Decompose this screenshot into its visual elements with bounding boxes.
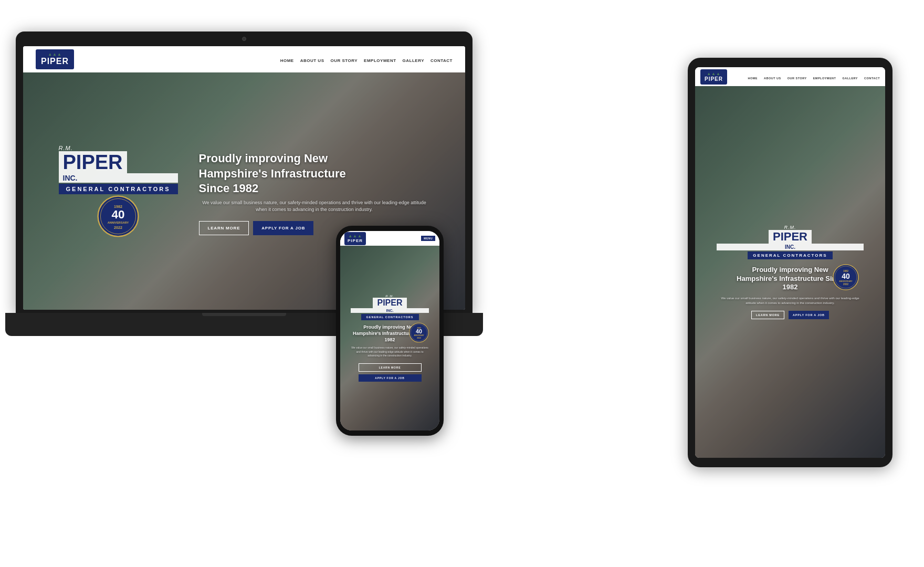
tablet-badge-svg: 1982 40 ANNIVERSARY 2022	[833, 264, 859, 290]
phone-website: ▲▲▲ PIPER MENU 198	[340, 231, 439, 430]
tab-nav-home[interactable]: HOME	[748, 72, 758, 81]
tablet-outer: ▲▲▲ PIPER HOME ABOUT US OUR STORY EMPLOY…	[688, 58, 892, 467]
phone-piper-name: PIPER	[373, 298, 406, 308]
center-logo: R.M. PIPER INC. GENERAL CONTRACTORS	[59, 145, 178, 195]
nav-item-gallery[interactable]: GALLERY	[403, 55, 424, 64]
svg-text:40: 40	[112, 208, 125, 221]
tablet-nav: ▲▲▲ PIPER HOME ABOUT US OUR STORY EMPLOY…	[695, 67, 885, 86]
logo-mountain: ▲▲▲	[41, 52, 69, 57]
nav-item-home[interactable]: HOME	[280, 55, 294, 64]
tablet-hero: 1982 40 ANNIVERSARY 2022 R.M. PIPER INC.	[695, 86, 885, 458]
tab-nav-gallery[interactable]: GALLERY	[842, 72, 858, 81]
laptop-nav: ▲▲▲ PIPER HOME ABOUT US OUR STORY EMPLOY…	[23, 46, 465, 72]
phone-apply-job[interactable]: APPLY FOR A JOB	[359, 374, 422, 382]
svg-text:ANNIVERSARY: ANNIVERSARY	[839, 280, 853, 282]
nav-item-story[interactable]: OUR STORY	[330, 55, 358, 64]
phone-logo-text: PIPER	[348, 238, 363, 243]
tablet-apply-job[interactable]: APPLY FOR A JOB	[789, 311, 829, 319]
phone-outer: ▲▲▲ PIPER MENU 198	[336, 226, 444, 436]
hero-subtext: We value our small business nature, our …	[199, 200, 430, 214]
tablet-rm: R.M.	[717, 225, 864, 230]
phone-inc: INC.	[351, 308, 429, 313]
svg-text:2022: 2022	[843, 283, 849, 286]
tablet-logo-box: ▲▲▲ PIPER	[700, 69, 727, 85]
phone-device: ▲▲▲ PIPER MENU 198	[336, 226, 444, 436]
hero-headline: Proudly improving New Hampshire's Infras…	[199, 151, 377, 196]
phone-subtext: We value our small business nature, our …	[351, 346, 429, 358]
tablet-badge: 1982 40 ANNIVERSARY 2022	[833, 264, 859, 290]
tablet-hero-buttons: LEARN MORE APPLY FOR A JOB	[717, 311, 864, 319]
tab-nav-story[interactable]: OUR STORY	[788, 72, 807, 81]
tab-nav-employment[interactable]: EMPLOYMENT	[813, 72, 836, 81]
svg-text:2022: 2022	[417, 337, 421, 339]
phone-learn-more[interactable]: LEARN MORE	[359, 363, 422, 372]
phone-hero-buttons: LEARN MORE APPLY FOR A JOB	[351, 363, 429, 382]
tablet-center-logo: R.M. PIPER INC. GENERAL CONTRACTORS	[717, 225, 864, 259]
tablet-logo-text: PIPER	[705, 76, 723, 82]
phone-logo-mountain: ▲▲▲	[348, 234, 363, 238]
laptop-logo-box: ▲▲▲ PIPER	[36, 49, 74, 69]
phone-badge: 1982 40 ANNIVERSARY 2022	[409, 323, 429, 343]
laptop-hero-content: R.M. PIPER INC. GENERAL CONTRACTORS	[48, 145, 440, 237]
tablet-inc: INC.	[717, 244, 864, 250]
tablet-subtext: We value our small business nature, our …	[717, 296, 864, 306]
phone-gen: GENERAL CONTRACTORS	[361, 314, 419, 320]
tab-nav-about[interactable]: ABOUT US	[764, 72, 781, 81]
piper-name: PIPER	[59, 151, 127, 173]
nav-item-contact[interactable]: CONTACT	[430, 55, 453, 64]
phone-menu-button[interactable]: MENU	[421, 236, 435, 241]
tablet-website: ▲▲▲ PIPER HOME ABOUT US OUR STORY EMPLOY…	[695, 67, 885, 458]
tablet-piper-name: PIPER	[769, 230, 812, 244]
tablet-screen: ▲▲▲ PIPER HOME ABOUT US OUR STORY EMPLOY…	[695, 67, 885, 458]
rm-text: R.M.	[59, 145, 178, 151]
svg-text:2022: 2022	[114, 225, 122, 230]
anniversary-badge: 1982 40 ANNIVERSARY 2022	[97, 195, 139, 237]
tablet-learn-more[interactable]: LEARN MORE	[751, 311, 784, 319]
phone-nav: ▲▲▲ PIPER MENU	[340, 231, 439, 246]
logo-text: PIPER	[41, 57, 69, 66]
tablet-gen: GENERAL CONTRACTORS	[748, 251, 832, 259]
inc-text: INC.	[59, 173, 178, 183]
tablet-logo: ▲▲▲ PIPER	[700, 69, 727, 85]
phone-badge-svg: 1982 40 ANNIVERSARY 2022	[409, 323, 429, 343]
svg-text:40: 40	[416, 329, 422, 335]
nav-item-about[interactable]: ABOUT US	[300, 55, 324, 64]
gen-text: GENERAL CONTRACTORS	[59, 184, 178, 194]
phone-center-logo: R.M. PIPER INC. GENERAL CONTRACTORS	[351, 295, 429, 320]
phone-screen: ▲▲▲ PIPER MENU 198	[340, 231, 439, 430]
tab-nav-contact[interactable]: CONTACT	[864, 72, 880, 81]
laptop-left-content: Proudly improving New Hampshire's Infras…	[199, 147, 430, 235]
phone-logo-box: ▲▲▲ PIPER	[344, 232, 366, 245]
tablet-headline: Proudly improving New Hampshire's Infras…	[732, 266, 848, 292]
nav-item-employment[interactable]: EMPLOYMENT	[364, 55, 396, 64]
laptop-camera	[242, 37, 246, 41]
badge-svg: 1982 40 ANNIVERSARY 2022	[97, 195, 139, 237]
tablet-nav-links: HOME ABOUT US OUR STORY EMPLOYMENT GALLE…	[748, 72, 880, 81]
apply-job-button[interactable]: APPLY FOR A JOB	[253, 221, 313, 235]
laptop-nav-links: HOME ABOUT US OUR STORY EMPLOYMENT GALLE…	[280, 55, 453, 64]
laptop-logo: ▲▲▲ PIPER	[36, 49, 74, 69]
svg-text:40: 40	[842, 272, 850, 280]
tablet-logo-mountain: ▲▲▲	[705, 72, 723, 76]
scene: ▲▲▲ PIPER HOME ABOUT US OUR STORY EMPLOY…	[0, 0, 924, 567]
svg-text:ANNIVERSARY: ANNIVERSARY	[108, 221, 129, 224]
laptop-center-logo: R.M. PIPER INC. GENERAL CONTRACTORS	[59, 145, 178, 237]
tablet-device: ▲▲▲ PIPER HOME ABOUT US OUR STORY EMPLOY…	[688, 58, 892, 467]
phone-hero: 1982 40 ANNIVERSARY 2022 R.M. PIPER INC.	[340, 246, 439, 430]
learn-more-button[interactable]: LEARN MORE	[199, 221, 249, 235]
phone-logo: ▲▲▲ PIPER	[344, 232, 366, 245]
